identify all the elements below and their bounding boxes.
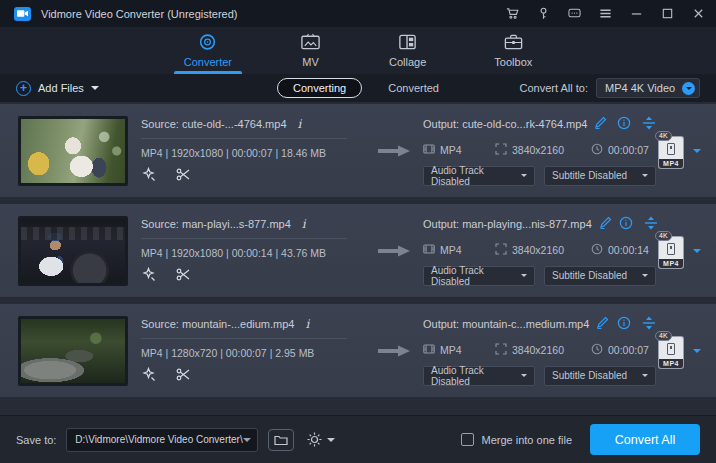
- file-row: Source: mountain-...edium.mp4 i MP4 | 12…: [0, 304, 716, 397]
- file-row: Source: cute-old-...-4764.mp4 i MP4 | 19…: [0, 104, 716, 197]
- cut-scissors-icon[interactable]: [176, 167, 191, 184]
- resolution-resize-icon: [495, 243, 507, 257]
- audio-track-dropdown[interactable]: Audio Track Disabled: [423, 366, 535, 386]
- convert-all-button[interactable]: Convert All: [590, 424, 700, 455]
- output-info-icon[interactable]: [617, 116, 631, 132]
- close-icon[interactable]: [690, 6, 706, 22]
- save-to-label: Save to:: [16, 434, 56, 446]
- feedback-icon[interactable]: [566, 6, 582, 22]
- output-resolution: 3840x2160: [512, 344, 564, 356]
- source-filename: Source: man-playi...s-877.mp4: [141, 218, 291, 230]
- cut-scissors-icon[interactable]: [176, 367, 191, 384]
- edit-effects-icon[interactable]: [141, 367, 156, 384]
- rename-pencil-icon[interactable]: [599, 216, 612, 231]
- source-info-icon[interactable]: i: [300, 217, 308, 231]
- chevron-down-icon: [521, 174, 527, 180]
- output-resolution: 3840x2160: [512, 144, 564, 156]
- cut-scissors-icon[interactable]: [176, 267, 191, 284]
- video-thumbnail[interactable]: [18, 116, 128, 186]
- duration-clock-icon: [591, 143, 603, 157]
- format-film-icon: [423, 143, 435, 157]
- output-info-icon[interactable]: [617, 316, 631, 332]
- badge-4k-label: 4K: [655, 131, 672, 141]
- subtitle-value: Subtitle Disabled: [552, 270, 627, 281]
- maximize-icon[interactable]: [659, 6, 675, 22]
- chevron-down-icon[interactable]: [693, 349, 701, 357]
- audio-track-value: Audio Track Disabled: [431, 165, 521, 187]
- settings-button[interactable]: [306, 431, 335, 448]
- collapse-expand-icon[interactable]: [642, 316, 656, 332]
- save-path-dropdown[interactable]: D:\Vidmore\Vidmore Video Converter\Conve…: [66, 428, 258, 452]
- tab-converter[interactable]: Converter: [170, 27, 246, 74]
- audio-track-dropdown[interactable]: Audio Track Disabled: [423, 166, 535, 186]
- chevron-down-icon: [642, 174, 648, 180]
- audio-track-value: Audio Track Disabled: [431, 365, 521, 387]
- subtitle-dropdown[interactable]: Subtitle Disabled: [544, 166, 656, 186]
- save-path-value: D:\Vidmore\Vidmore Video Converter\Conve…: [75, 434, 243, 445]
- chevron-down-icon[interactable]: [693, 149, 701, 157]
- chevron-down-icon: [243, 438, 251, 446]
- source-info-icon[interactable]: i: [303, 317, 311, 331]
- tab-label: Converter: [184, 56, 232, 68]
- tab-converted[interactable]: Converted: [388, 82, 439, 94]
- register-key-icon[interactable]: [535, 6, 551, 22]
- collapse-expand-icon[interactable]: [644, 216, 658, 232]
- output-format-badge[interactable]: 4K MP4: [656, 131, 686, 171]
- chevron-down-icon: [642, 274, 648, 280]
- collapse-expand-icon[interactable]: [642, 116, 656, 132]
- tab-label: MV: [302, 56, 319, 68]
- output-filename: Output: cute-old-co...rk-4764.mp4: [423, 118, 587, 130]
- merge-into-one-file-option[interactable]: Merge into one file: [461, 433, 573, 446]
- badge-4k-label: 4K: [655, 231, 672, 241]
- chevron-down-icon: [91, 86, 99, 94]
- output-format-badge[interactable]: 4K MP4: [656, 231, 686, 271]
- tab-mv[interactable]: MV: [286, 27, 335, 74]
- chevron-down-icon: [521, 374, 527, 380]
- add-files-label: Add Files: [38, 82, 84, 94]
- edit-effects-icon[interactable]: [141, 267, 156, 284]
- menu-icon[interactable]: [597, 6, 613, 22]
- toolbox-icon: [503, 33, 524, 53]
- source-filename: Source: cute-old-...-4764.mp4: [141, 118, 287, 130]
- doc-film-glyph: [667, 143, 675, 155]
- format-film-icon: [423, 243, 435, 257]
- tab-collage[interactable]: Collage: [375, 27, 440, 74]
- tab-label: Collage: [389, 56, 426, 68]
- converter-disc-icon: [197, 33, 218, 53]
- convert-all-to-dropdown[interactable]: MP4 4K Video: [596, 78, 700, 98]
- subtitle-value: Subtitle Disabled: [552, 370, 627, 381]
- output-info-icon[interactable]: [619, 216, 633, 232]
- source-meta: MP4 | 1920x1080 | 00:00:07 | 18.46 MB: [141, 147, 365, 159]
- collage-grid-icon: [397, 33, 418, 53]
- chevron-down-icon: [327, 438, 335, 446]
- video-thumbnail[interactable]: [18, 316, 128, 386]
- chevron-down-icon[interactable]: [693, 249, 701, 257]
- cart-icon[interactable]: [504, 6, 520, 22]
- badge-format-label: MP4: [659, 359, 683, 368]
- convert-all-to-value: MP4 4K Video: [605, 82, 675, 94]
- main-nav: Converter MV Collage Toolbox: [0, 27, 716, 74]
- badge-format-label: MP4: [659, 159, 683, 168]
- resolution-resize-icon: [495, 143, 507, 157]
- rename-pencil-icon[interactable]: [594, 116, 607, 131]
- subtitle-dropdown[interactable]: Subtitle Disabled: [544, 366, 656, 386]
- source-info-icon[interactable]: i: [296, 117, 304, 131]
- output-format: MP4: [440, 344, 462, 356]
- audio-track-value: Audio Track Disabled: [431, 265, 521, 287]
- subtitle-dropdown[interactable]: Subtitle Disabled: [544, 266, 656, 286]
- output-format-badge[interactable]: 4K MP4: [656, 331, 686, 371]
- output-duration: 00:00:07: [608, 344, 649, 356]
- edit-effects-icon[interactable]: [141, 167, 156, 184]
- add-files-button[interactable]: + Add Files: [16, 81, 99, 96]
- tab-toolbox[interactable]: Toolbox: [480, 27, 546, 74]
- tab-converting[interactable]: Converting: [277, 78, 362, 98]
- file-row: Source: man-playi...s-877.mp4 i MP4 | 19…: [0, 204, 716, 297]
- rename-pencil-icon[interactable]: [596, 316, 609, 331]
- minimize-icon[interactable]: [628, 6, 644, 22]
- video-thumbnail[interactable]: [18, 216, 128, 286]
- arrow-right-icon: [365, 244, 423, 258]
- open-folder-button[interactable]: [268, 429, 294, 451]
- merge-checkbox[interactable]: [461, 433, 474, 446]
- audio-track-dropdown[interactable]: Audio Track Disabled: [423, 266, 535, 286]
- chevron-down-icon: [521, 274, 527, 280]
